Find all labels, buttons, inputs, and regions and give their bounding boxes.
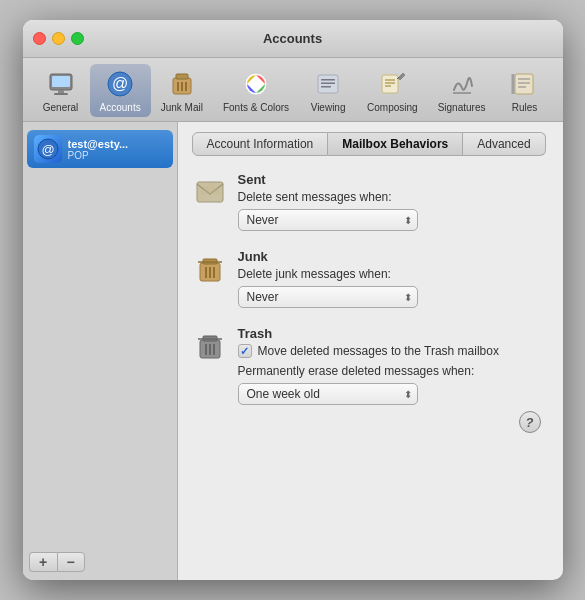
close-button[interactable] xyxy=(33,32,46,45)
toolbar-item-fonts-colors[interactable]: Fonts & Colors xyxy=(213,64,299,117)
fonts-colors-label: Fonts & Colors xyxy=(223,102,289,113)
junk-icon xyxy=(192,251,228,287)
toolbar-item-junk-mail[interactable]: Junk Mail xyxy=(151,64,213,117)
junk-select[interactable]: Never One day old One week old One month… xyxy=(238,286,418,308)
general-icon xyxy=(45,68,77,100)
sent-body: Sent Delete sent messages when: Never On… xyxy=(238,172,549,231)
titlebar: Accounts xyxy=(23,20,563,58)
signatures-icon xyxy=(446,68,478,100)
toolbar-item-rules[interactable]: Rules xyxy=(495,64,553,117)
trash-checkbox[interactable] xyxy=(238,344,252,358)
accounts-icon: @ xyxy=(104,68,136,100)
main-content: @ test@esty... POP + − Account Informati… xyxy=(23,122,563,580)
viewing-label: Viewing xyxy=(311,102,346,113)
help-container: ? xyxy=(192,405,549,437)
junk-body: Junk Delete junk messages when: Never On… xyxy=(238,249,549,308)
account-item[interactable]: @ test@esty... POP xyxy=(27,130,173,168)
fonts-colors-icon xyxy=(240,68,272,100)
add-account-button[interactable]: + xyxy=(29,552,57,572)
tab-mailbox-behaviors[interactable]: Mailbox Behaviors xyxy=(328,132,463,156)
main-window: Accounts General @ Accounts xyxy=(23,20,563,580)
account-email: test@esty... xyxy=(68,138,129,150)
trash-checkbox-row: Move deleted messages to the Trash mailb… xyxy=(238,344,549,358)
sidebar-buttons: + − xyxy=(27,548,173,572)
svg-rect-7 xyxy=(176,74,188,79)
toolbar-item-composing[interactable]: Composing xyxy=(357,64,428,117)
svg-rect-14 xyxy=(321,79,335,81)
help-button[interactable]: ? xyxy=(519,411,541,433)
svg-rect-3 xyxy=(52,76,70,87)
svg-rect-16 xyxy=(321,86,331,88)
svg-point-12 xyxy=(252,80,260,88)
trash-title: Trash xyxy=(238,326,549,341)
account-icon: @ xyxy=(34,135,62,163)
junk-label: Delete junk messages when: xyxy=(238,267,549,281)
sent-icon xyxy=(192,174,228,210)
account-info: test@esty... POP xyxy=(68,138,129,161)
tab-advanced[interactable]: Advanced xyxy=(463,132,545,156)
trash-select-wrapper: Never One day old One week old One month… xyxy=(238,383,418,405)
sidebar: @ test@esty... POP + − xyxy=(23,122,178,580)
general-label: General xyxy=(43,102,79,113)
junk-mail-icon xyxy=(166,68,198,100)
toolbar: General @ Accounts Junk Ma xyxy=(23,58,563,122)
svg-rect-17 xyxy=(382,75,398,93)
remove-account-button[interactable]: − xyxy=(57,552,85,572)
composing-label: Composing xyxy=(367,102,418,113)
content-area: Account Information Mailbox Behaviors Ad… xyxy=(178,122,563,580)
junk-title: Junk xyxy=(238,249,549,264)
junk-section: Junk Delete junk messages when: Never On… xyxy=(192,249,549,308)
settings-section: Sent Delete sent messages when: Never On… xyxy=(192,172,549,405)
svg-rect-2 xyxy=(54,93,68,95)
trash-select[interactable]: Never One day old One week old One month… xyxy=(238,383,418,405)
sidebar-spacer xyxy=(27,168,173,548)
toolbar-item-general[interactable]: General xyxy=(32,64,90,117)
composing-icon xyxy=(376,68,408,100)
sent-section: Sent Delete sent messages when: Never On… xyxy=(192,172,549,231)
sent-select[interactable]: Never One day old One week old One month… xyxy=(238,209,418,231)
trash-body: Trash Move deleted messages to the Trash… xyxy=(238,326,549,405)
trash-checkbox-label: Move deleted messages to the Trash mailb… xyxy=(258,344,499,358)
signatures-label: Signatures xyxy=(438,102,486,113)
svg-rect-15 xyxy=(321,83,335,85)
junk-select-wrapper: Never One day old One week old One month… xyxy=(238,286,418,308)
svg-rect-23 xyxy=(515,74,533,94)
trash-section: Trash Move deleted messages to the Trash… xyxy=(192,326,549,405)
maximize-button[interactable] xyxy=(71,32,84,45)
svg-text:@: @ xyxy=(41,142,54,157)
sent-label: Delete sent messages when: xyxy=(238,190,549,204)
account-type: POP xyxy=(68,150,129,161)
junk-mail-label: Junk Mail xyxy=(161,102,203,113)
sent-title: Sent xyxy=(238,172,549,187)
svg-text:@: @ xyxy=(112,75,128,92)
trash-icon xyxy=(192,328,228,364)
tab-bar: Account Information Mailbox Behaviors Ad… xyxy=(192,132,549,156)
toolbar-item-signatures[interactable]: Signatures xyxy=(428,64,496,117)
toolbar-item-viewing[interactable]: Viewing xyxy=(299,64,357,117)
tab-account-information[interactable]: Account Information xyxy=(192,132,329,156)
minimize-button[interactable] xyxy=(52,32,65,45)
sent-select-wrapper: Never One day old One week old One month… xyxy=(238,209,418,231)
window-title: Accounts xyxy=(263,31,322,46)
viewing-icon xyxy=(312,68,344,100)
traffic-lights xyxy=(33,32,84,45)
rules-icon xyxy=(508,68,540,100)
accounts-label: Accounts xyxy=(100,102,141,113)
toolbar-item-accounts[interactable]: @ Accounts xyxy=(90,64,151,117)
trash-erase-label: Permanently erase deleted messages when: xyxy=(238,364,549,378)
rules-label: Rules xyxy=(512,102,538,113)
